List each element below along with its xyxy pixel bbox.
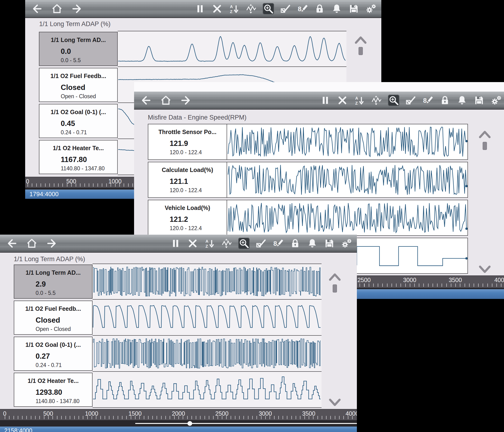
home-icon[interactable] — [160, 95, 171, 106]
sort-icon[interactable]: AZ — [228, 3, 240, 14]
window-title: Misfire Data - Engine Speed(RPM) — [148, 114, 247, 121]
zoom-icon[interactable] — [238, 238, 250, 249]
settings-icon[interactable] — [341, 238, 352, 249]
parameter-graph[interactable] — [92, 372, 322, 408]
custom-data-icon[interactable]: 8 — [422, 95, 433, 106]
parameter-cell[interactable]: 1/1 Long Term AD...0.00.0 - 5.5 — [39, 32, 118, 66]
parameter-graph[interactable] — [118, 31, 346, 67]
scroll-up-icon[interactable] — [479, 130, 491, 139]
back-icon[interactable] — [140, 95, 151, 106]
svg-text:8: 8 — [298, 5, 302, 13]
home-icon[interactable] — [51, 3, 63, 14]
close-icon[interactable] — [187, 238, 198, 249]
zoom-icon[interactable] — [388, 95, 399, 106]
alerts-icon[interactable] — [331, 3, 342, 14]
parameter-value: Closed — [14, 316, 92, 324]
scroll-position-label: 1794:4000 — [29, 190, 59, 198]
forward-icon[interactable] — [180, 95, 192, 106]
alerts-icon[interactable] — [456, 95, 468, 106]
parameter-cell[interactable]: 1/1 O2 Heater Te...1167.801140.80 - 1347… — [39, 140, 118, 174]
svg-text:8: 8 — [273, 240, 277, 247]
scroll-down-icon[interactable] — [329, 398, 341, 407]
settings-icon[interactable] — [490, 95, 502, 106]
save-icon[interactable] — [348, 3, 360, 14]
vertical-scroll-handle[interactable] — [333, 284, 337, 293]
pause-icon[interactable] — [194, 3, 206, 14]
graph-icon[interactable] — [371, 95, 382, 106]
parameter-cell[interactable]: 1/1 O2 Fuel Feedb...ClosedOpen - Closed — [39, 68, 118, 102]
scroll-down-icon[interactable] — [479, 265, 491, 274]
parameter-cell[interactable]: 1/1 Long Term AD...2.90.0 - 5.5 — [14, 264, 92, 299]
parameter-cell[interactable]: 1/1 O2 Heater Te...1293.801140.80 - 1347… — [14, 373, 92, 407]
back-icon[interactable] — [6, 238, 17, 249]
pause-icon[interactable] — [170, 238, 181, 249]
parameter-range: 0.0 - 5.5 — [39, 57, 117, 63]
svg-text:A: A — [230, 5, 233, 9]
parameter-value: 121.2 — [148, 215, 227, 224]
forward-icon[interactable] — [72, 3, 83, 14]
parameter-graph[interactable] — [92, 300, 322, 336]
parameter-graph[interactable] — [92, 336, 322, 372]
pause-icon[interactable] — [320, 95, 331, 106]
confirm-icon[interactable] — [255, 238, 267, 249]
parameter-label: 1/1 O2 Fuel Feedb... — [14, 305, 92, 312]
custom-data-icon[interactable]: 8 — [297, 3, 308, 14]
back-icon[interactable] — [31, 3, 42, 14]
save-icon[interactable] — [324, 238, 335, 249]
svg-text:Z: Z — [230, 9, 232, 14]
parameter-cell[interactable]: Calculate Load(%)121.1120.0 - 122.4 — [148, 162, 227, 197]
parameter-graph[interactable] — [228, 162, 468, 197]
parameter-graph[interactable] — [228, 124, 468, 159]
scroll-position-label: 2158:4000 — [4, 427, 32, 432]
parameter-label: Calculate Load(%) — [148, 167, 227, 173]
close-icon[interactable] — [337, 95, 348, 106]
alerts-icon[interactable] — [306, 238, 318, 249]
parameter-cell[interactable]: 1/1 O2 Goal (0-1) (...0.270.24 - 0.71 — [14, 337, 92, 371]
vertical-scroll-handle[interactable] — [359, 47, 363, 55]
lock-icon[interactable] — [289, 238, 301, 249]
position-handle[interactable] — [188, 421, 192, 426]
parameter-graph[interactable] — [92, 264, 322, 300]
parameter-label: 1/1 Long Term AD... — [39, 36, 117, 43]
vertical-scroll-handle[interactable] — [483, 142, 487, 150]
custom-data-icon[interactable]: 8 — [272, 238, 284, 249]
parameter-row: 1/1 O2 Fuel Feedb...ClosedOpen - Closed — [14, 300, 322, 336]
settings-icon[interactable] — [365, 3, 377, 14]
toolbar: AZ8 — [0, 235, 357, 253]
home-icon[interactable] — [26, 238, 37, 249]
confirm-icon[interactable] — [405, 95, 416, 106]
parameter-value: 0.27 — [14, 352, 92, 360]
nav-icon-group — [0, 238, 58, 249]
parameter-range: 1140.80 - 1347.80 — [14, 398, 92, 405]
save-icon[interactable] — [473, 95, 485, 106]
scroll-up-icon[interactable] — [354, 35, 367, 45]
action-icon-group: AZ8 — [320, 95, 504, 106]
parameter-cell[interactable]: Vehicle Load(%)121.2120.0 - 122.4 — [148, 200, 227, 235]
lock-icon[interactable] — [314, 3, 325, 14]
sort-icon[interactable]: AZ — [354, 95, 365, 106]
graph-icon[interactable] — [246, 3, 257, 14]
svg-text:A: A — [206, 239, 208, 244]
parameter-label: 1/1 O2 Fuel Feedb... — [39, 72, 117, 80]
timeline-slider-track[interactable] — [0, 420, 357, 427]
scan-graph-window-front: AZ8 1/1 Long Term ADAP (%) 1/1 Long Term… — [0, 235, 357, 432]
zoom-icon[interactable] — [263, 3, 274, 14]
svg-text:A: A — [355, 96, 358, 101]
forward-icon[interactable] — [46, 238, 58, 249]
sort-icon[interactable]: AZ — [204, 238, 216, 249]
lock-icon[interactable] — [439, 95, 451, 106]
parameter-row: 1/1 O2 Heater Te...1293.801140.80 - 1347… — [14, 372, 322, 408]
graph-icon[interactable] — [221, 238, 233, 249]
ruler-label: 4000 — [494, 277, 504, 283]
ruler-label: 2500 — [357, 277, 371, 283]
scroll-up-icon[interactable] — [329, 272, 341, 282]
parameter-value: 121.9 — [148, 139, 227, 148]
parameter-cell[interactable]: Throttle Sensor Po...121.9120.0 - 122.4 — [148, 124, 227, 159]
scroll-position-bar[interactable]: 2158:4000 — [0, 427, 357, 432]
confirm-icon[interactable] — [280, 3, 291, 14]
close-icon[interactable] — [211, 3, 223, 14]
ruler-label: 3000 — [403, 277, 416, 283]
parameter-cell[interactable]: 1/1 O2 Goal (0-1) (...0.450.24 - 0.71 — [39, 104, 118, 138]
parameter-graph[interactable] — [228, 200, 468, 235]
parameter-cell[interactable]: 1/1 O2 Fuel Feedb...ClosedOpen - Closed — [14, 301, 92, 335]
